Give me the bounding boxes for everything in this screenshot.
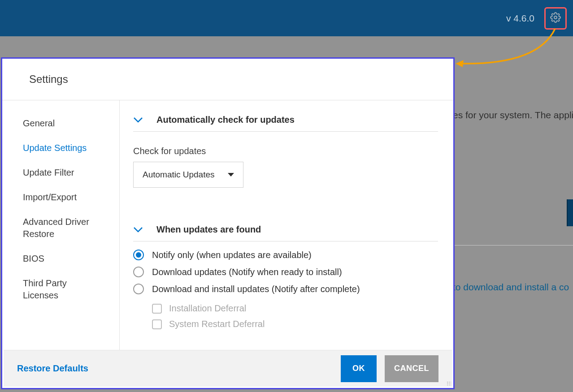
check-for-updates-label: Check for updates: [133, 146, 438, 156]
dropdown-icon: [228, 173, 234, 177]
ok-button[interactable]: OK: [341, 355, 377, 382]
section-when-found[interactable]: When updates are found: [133, 220, 438, 241]
checkbox-installation-deferral[interactable]: Installation Deferral: [152, 303, 438, 314]
radio-label: Download and install updates (Notify aft…: [152, 284, 360, 294]
version-label: v 4.6.0: [506, 13, 534, 24]
sidebar-item-advanced-driver-restore[interactable]: Advanced Driver Restore: [2, 210, 119, 246]
chevron-down-icon: [133, 117, 143, 123]
sidebar-item-third-party-licenses[interactable]: Third Party Licenses: [2, 271, 119, 308]
settings-sidebar: General Update Settings Update Filter Im…: [2, 100, 120, 350]
dialog-title: Settings: [2, 59, 453, 100]
section-title-when-found: When updates are found: [156, 224, 261, 235]
settings-content: Automatically check for updates Check fo…: [120, 100, 453, 350]
background-text-top: es for your system. The appli: [453, 110, 573, 121]
settings-gear-highlight[interactable]: [544, 7, 567, 30]
cancel-button[interactable]: CANCEL: [385, 355, 438, 382]
section-title-auto-check: Automatically check for updates: [156, 115, 295, 125]
checkbox-restart-deferral[interactable]: System Restart Deferral: [152, 319, 438, 329]
radio-notify-only[interactable]: Notify only (when updates are available): [133, 250, 438, 260]
svg-point-0: [554, 16, 557, 19]
radio-label: Notify only (when updates are available): [152, 250, 312, 260]
checkbox-label: System Restart Deferral: [169, 319, 265, 329]
radio-label: Download updates (Notify when ready to i…: [152, 267, 342, 277]
resize-grip[interactable]: [447, 381, 451, 386]
svg-marker-1: [456, 60, 464, 67]
section-auto-check[interactable]: Automatically check for updates: [133, 110, 438, 132]
radio-download-notify[interactable]: Download updates (Notify when ready to i…: [133, 267, 438, 277]
background-button-fragment: [567, 199, 573, 226]
sidebar-item-general[interactable]: General: [2, 111, 119, 136]
background-divider: [453, 245, 573, 246]
background-text-link: to download and install a co: [453, 282, 569, 293]
content-fade: [120, 336, 444, 350]
radio-download-install[interactable]: Download and install updates (Notify aft…: [133, 284, 438, 294]
app-header: v 4.6.0: [0, 0, 573, 36]
gear-icon: [550, 12, 561, 25]
restore-defaults-link[interactable]: Restore Defaults: [17, 363, 88, 374]
update-mode-select-value: Automatic Updates: [143, 170, 215, 180]
sidebar-item-update-settings[interactable]: Update Settings: [2, 136, 119, 160]
update-mode-select[interactable]: Automatic Updates: [133, 162, 243, 188]
checkbox-label: Installation Deferral: [169, 303, 246, 314]
deferral-checkbox-group: Installation Deferral System Restart Def…: [152, 303, 438, 329]
sidebar-item-import-export[interactable]: Import/Export: [2, 185, 119, 210]
sidebar-item-update-filter[interactable]: Update Filter: [2, 160, 119, 185]
settings-dialog: Settings General Update Settings Update …: [1, 57, 455, 389]
update-action-radio-group: Notify only (when updates are available)…: [133, 250, 438, 294]
chevron-down-icon: [133, 227, 143, 233]
dialog-footer: Restore Defaults OK CANCEL: [4, 350, 452, 387]
sidebar-item-bios[interactable]: BIOS: [2, 246, 119, 271]
